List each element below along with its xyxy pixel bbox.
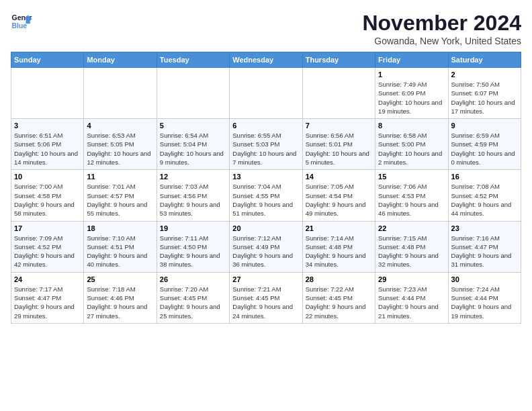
day-number: 21 <box>306 224 372 232</box>
calendar-cell: 22Sunrise: 7:15 AM Sunset: 4:48 PM Dayli… <box>375 221 448 272</box>
day-number: 3 <box>14 122 81 130</box>
day-info: Sunrise: 7:05 AM Sunset: 4:54 PM Dayligh… <box>306 182 372 218</box>
day-number: 29 <box>378 275 445 283</box>
day-info: Sunrise: 7:09 AM Sunset: 4:52 PM Dayligh… <box>14 234 81 269</box>
calendar-cell: 16Sunrise: 7:08 AM Sunset: 4:52 PM Dayli… <box>448 170 521 221</box>
day-info: Sunrise: 6:51 AM Sunset: 5:06 PM Dayligh… <box>14 131 81 167</box>
day-info: Sunrise: 7:15 AM Sunset: 4:48 PM Dayligh… <box>378 234 445 269</box>
day-info: Sunrise: 7:01 AM Sunset: 4:57 PM Dayligh… <box>87 182 153 218</box>
day-number: 17 <box>14 224 81 232</box>
calendar-cell <box>84 68 157 119</box>
page-header: General Blue November 2024 Gowanda, New … <box>11 11 521 46</box>
calendar-cell: 20Sunrise: 7:12 AM Sunset: 4:49 PM Dayli… <box>230 221 302 272</box>
day-number: 19 <box>160 224 226 232</box>
day-number: 26 <box>160 275 226 283</box>
calendar-cell <box>11 68 84 119</box>
day-info: Sunrise: 6:56 AM Sunset: 5:01 PM Dayligh… <box>306 131 372 167</box>
day-number: 5 <box>160 122 226 130</box>
day-info: Sunrise: 7:18 AM Sunset: 4:46 PM Dayligh… <box>87 285 153 320</box>
calendar-table: SundayMondayTuesdayWednesdayThursdayFrid… <box>11 52 521 324</box>
calendar-cell: 1Sunrise: 7:49 AM Sunset: 6:09 PM Daylig… <box>375 68 448 119</box>
calendar-cell: 15Sunrise: 7:06 AM Sunset: 4:53 PM Dayli… <box>375 170 448 221</box>
day-info: Sunrise: 7:49 AM Sunset: 6:09 PM Dayligh… <box>378 80 445 116</box>
logo-icon: General Blue <box>11 11 32 32</box>
day-number: 14 <box>306 173 372 181</box>
day-number: 9 <box>451 122 518 130</box>
calendar-cell: 6Sunrise: 6:55 AM Sunset: 5:03 PM Daylig… <box>230 119 302 170</box>
logo: General Blue <box>11 11 32 32</box>
day-info: Sunrise: 7:24 AM Sunset: 4:44 PM Dayligh… <box>451 285 518 320</box>
day-number: 12 <box>160 173 226 181</box>
calendar-cell: 27Sunrise: 7:21 AM Sunset: 4:45 PM Dayli… <box>230 272 302 323</box>
title-block: November 2024 Gowanda, New York, United … <box>362 11 521 46</box>
day-info: Sunrise: 7:08 AM Sunset: 4:52 PM Dayligh… <box>451 182 518 218</box>
day-number: 11 <box>87 173 153 181</box>
day-info: Sunrise: 6:55 AM Sunset: 5:03 PM Dayligh… <box>232 131 299 167</box>
calendar-cell: 17Sunrise: 7:09 AM Sunset: 4:52 PM Dayli… <box>11 221 84 272</box>
calendar-week-row: 3Sunrise: 6:51 AM Sunset: 5:06 PM Daylig… <box>11 119 521 170</box>
calendar-cell: 10Sunrise: 7:00 AM Sunset: 4:58 PM Dayli… <box>11 170 84 221</box>
day-number: 4 <box>87 122 153 130</box>
day-info: Sunrise: 6:58 AM Sunset: 5:00 PM Dayligh… <box>378 131 445 167</box>
calendar-cell: 2Sunrise: 7:50 AM Sunset: 6:07 PM Daylig… <box>448 68 521 119</box>
calendar-cell: 19Sunrise: 7:11 AM Sunset: 4:50 PM Dayli… <box>157 221 229 272</box>
svg-text:Blue: Blue <box>12 22 28 30</box>
calendar-cell: 4Sunrise: 6:53 AM Sunset: 5:05 PM Daylig… <box>84 119 157 170</box>
day-info: Sunrise: 7:03 AM Sunset: 4:56 PM Dayligh… <box>160 182 226 218</box>
calendar-cell: 3Sunrise: 6:51 AM Sunset: 5:06 PM Daylig… <box>11 119 84 170</box>
day-info: Sunrise: 6:53 AM Sunset: 5:05 PM Dayligh… <box>87 131 153 167</box>
day-info: Sunrise: 7:10 AM Sunset: 4:51 PM Dayligh… <box>87 234 153 269</box>
day-info: Sunrise: 7:17 AM Sunset: 4:47 PM Dayligh… <box>14 285 81 320</box>
calendar-cell: 24Sunrise: 7:17 AM Sunset: 4:47 PM Dayli… <box>11 272 84 323</box>
calendar-cell: 7Sunrise: 6:56 AM Sunset: 5:01 PM Daylig… <box>302 119 375 170</box>
calendar-cell <box>230 68 302 119</box>
day-number: 30 <box>451 275 518 283</box>
calendar-header-row: SundayMondayTuesdayWednesdayThursdayFrid… <box>11 52 521 68</box>
day-info: Sunrise: 7:16 AM Sunset: 4:47 PM Dayligh… <box>451 234 518 269</box>
weekday-header: Friday <box>375 52 448 68</box>
calendar-cell <box>302 68 375 119</box>
day-number: 23 <box>451 224 518 232</box>
calendar-week-row: 17Sunrise: 7:09 AM Sunset: 4:52 PM Dayli… <box>11 221 521 272</box>
weekday-header: Tuesday <box>157 52 229 68</box>
weekday-header: Monday <box>84 52 157 68</box>
day-number: 16 <box>451 173 518 181</box>
day-info: Sunrise: 7:00 AM Sunset: 4:58 PM Dayligh… <box>14 182 81 218</box>
calendar-cell: 11Sunrise: 7:01 AM Sunset: 4:57 PM Dayli… <box>84 170 157 221</box>
day-info: Sunrise: 7:20 AM Sunset: 4:45 PM Dayligh… <box>160 285 226 320</box>
day-number: 10 <box>14 173 81 181</box>
calendar-cell: 23Sunrise: 7:16 AM Sunset: 4:47 PM Dayli… <box>448 221 521 272</box>
calendar-cell: 21Sunrise: 7:14 AM Sunset: 4:48 PM Dayli… <box>302 221 375 272</box>
calendar-cell: 29Sunrise: 7:23 AM Sunset: 4:44 PM Dayli… <box>375 272 448 323</box>
day-info: Sunrise: 7:23 AM Sunset: 4:44 PM Dayligh… <box>378 285 445 320</box>
calendar-cell: 12Sunrise: 7:03 AM Sunset: 4:56 PM Dayli… <box>157 170 229 221</box>
day-info: Sunrise: 7:50 AM Sunset: 6:07 PM Dayligh… <box>451 80 518 116</box>
day-info: Sunrise: 7:12 AM Sunset: 4:49 PM Dayligh… <box>232 234 299 269</box>
day-number: 1 <box>378 71 445 79</box>
calendar-cell: 25Sunrise: 7:18 AM Sunset: 4:46 PM Dayli… <box>84 272 157 323</box>
weekday-header: Sunday <box>11 52 84 68</box>
calendar-week-row: 10Sunrise: 7:00 AM Sunset: 4:58 PM Dayli… <box>11 170 521 221</box>
day-info: Sunrise: 7:04 AM Sunset: 4:55 PM Dayligh… <box>232 182 299 218</box>
calendar-week-row: 1Sunrise: 7:49 AM Sunset: 6:09 PM Daylig… <box>11 68 521 119</box>
day-info: Sunrise: 7:11 AM Sunset: 4:50 PM Dayligh… <box>160 234 226 269</box>
day-info: Sunrise: 7:06 AM Sunset: 4:53 PM Dayligh… <box>378 182 445 218</box>
day-info: Sunrise: 7:14 AM Sunset: 4:48 PM Dayligh… <box>306 234 372 269</box>
weekday-header: Thursday <box>302 52 375 68</box>
weekday-header: Saturday <box>448 52 521 68</box>
calendar-cell: 8Sunrise: 6:58 AM Sunset: 5:00 PM Daylig… <box>375 119 448 170</box>
day-number: 20 <box>232 224 299 232</box>
day-number: 6 <box>232 122 299 130</box>
month-title: November 2024 <box>362 11 521 36</box>
location: Gowanda, New York, United States <box>362 36 521 46</box>
calendar-cell: 13Sunrise: 7:04 AM Sunset: 4:55 PM Dayli… <box>230 170 302 221</box>
day-number: 15 <box>378 173 445 181</box>
day-info: Sunrise: 6:59 AM Sunset: 4:59 PM Dayligh… <box>451 131 518 167</box>
calendar-cell: 14Sunrise: 7:05 AM Sunset: 4:54 PM Dayli… <box>302 170 375 221</box>
day-number: 13 <box>232 173 299 181</box>
weekday-header: Wednesday <box>230 52 302 68</box>
day-info: Sunrise: 7:21 AM Sunset: 4:45 PM Dayligh… <box>232 285 299 320</box>
day-number: 27 <box>232 275 299 283</box>
calendar-cell: 18Sunrise: 7:10 AM Sunset: 4:51 PM Dayli… <box>84 221 157 272</box>
day-number: 25 <box>87 275 153 283</box>
